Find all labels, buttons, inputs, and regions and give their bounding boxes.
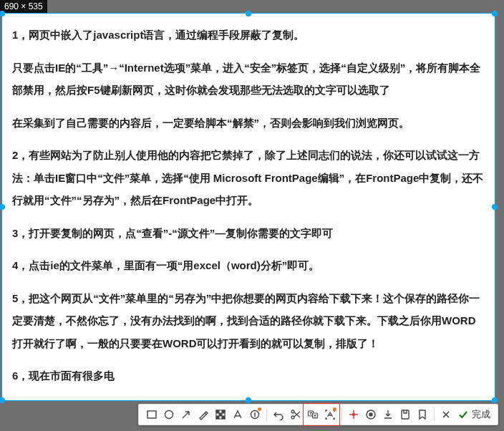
separator <box>341 408 342 421</box>
pencil-tool-icon[interactable] <box>195 405 212 424</box>
close-icon[interactable] <box>437 405 455 424</box>
separator <box>266 408 267 421</box>
translate-tool-icon[interactable] <box>304 405 321 424</box>
paragraph: 5，把这个网页从“文件”菜单里的“另存为”中把你想要的网页内容给下载下来！这个保… <box>12 287 485 355</box>
svg-rect-4 <box>222 410 225 413</box>
svg-point-13 <box>353 414 355 416</box>
svg-point-9 <box>291 410 294 413</box>
download-icon[interactable] <box>379 405 397 424</box>
dimension-badge: 690 × 535 <box>0 0 47 13</box>
arrow-tool-icon[interactable] <box>178 405 195 424</box>
capture-selection[interactable]: 1，网页中嵌入了javascript语言，通过编程手段屏蔽了复制。 只要点击IE… <box>1 13 495 401</box>
resize-handle-bm[interactable] <box>246 397 251 403</box>
svg-point-1 <box>165 411 173 419</box>
svg-point-10 <box>291 416 294 419</box>
article-content: 1，网页中嵌入了javascript语言，通过编程手段屏蔽了复制。 只要点击IE… <box>2 14 495 407</box>
ellipse-tool-icon[interactable] <box>160 405 178 424</box>
resize-handle-tm[interactable] <box>246 11 251 16</box>
pin-to-screen-icon[interactable] <box>345 405 362 424</box>
paragraph: 1，网页中嵌入了javascript语言，通过编程手段屏蔽了复制。 <box>12 24 485 47</box>
svg-rect-6 <box>216 416 219 419</box>
save-icon[interactable] <box>397 405 414 424</box>
annotation-toolbar: 完成 <box>138 404 498 425</box>
svg-rect-16 <box>402 410 409 419</box>
svg-rect-3 <box>216 410 219 413</box>
paragraph: 3，打开要复制的网页，点“查看”-“源文件”—复制你需要的文字即可 <box>12 222 485 245</box>
paragraph: 4，点击ie的文件菜单，里面有一项“用excel（word)分析”即可。 <box>12 254 485 277</box>
scissors-icon[interactable] <box>287 405 304 424</box>
done-label: 完成 <box>472 408 490 421</box>
ocr-tool-icon[interactable] <box>321 405 339 424</box>
paragraph: 在采集到了自己需要的内容后，一定要给脚本“解禁”，否则会影响到我们浏览网页。 <box>12 112 485 135</box>
record-icon[interactable] <box>362 405 379 424</box>
highlighted-tools <box>304 405 339 424</box>
mosaic-tool-icon[interactable] <box>212 405 229 424</box>
separator <box>434 408 435 421</box>
svg-rect-7 <box>222 416 225 419</box>
done-button[interactable]: 完成 <box>455 408 493 421</box>
counter-tool-icon[interactable] <box>246 405 263 424</box>
resize-handle-tr[interactable] <box>492 11 498 16</box>
undo-icon[interactable] <box>270 405 287 424</box>
rect-tool-icon[interactable] <box>143 405 160 424</box>
bookmark-icon[interactable] <box>414 405 431 424</box>
paragraph: 2，有些网站为了防止别人使用他的内容把它禁掉了，除了上述同志们的说法，你还可以试… <box>12 144 485 212</box>
svg-rect-0 <box>147 411 156 418</box>
paragraph: 6，现在市面有很多电 <box>12 364 485 387</box>
svg-rect-5 <box>219 413 222 416</box>
resize-handle-br[interactable] <box>492 397 498 403</box>
text-tool-icon[interactable] <box>229 405 246 424</box>
resize-handle-mr[interactable] <box>492 204 498 210</box>
svg-point-15 <box>369 413 372 416</box>
paragraph: 只要点击IE的“工具”→“Internet选项”菜单，进入“安全”标签页，选择“… <box>12 57 485 102</box>
